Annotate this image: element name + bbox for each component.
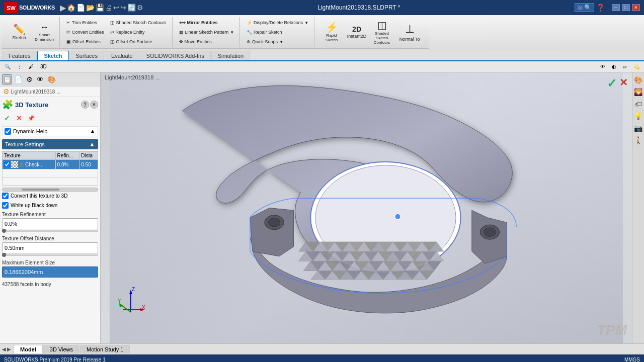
redo-btn[interactable]: ↪ — [120, 4, 126, 12]
display-state-btn[interactable]: 👁 — [35, 74, 45, 84]
accept-overlay-btn[interactable]: ✓ — [607, 76, 617, 90]
dd-arrow[interactable]: ▼ — [304, 21, 308, 25]
right-lights-btn[interactable]: 💡 — [633, 111, 644, 122]
view-controls[interactable]: 👁 — [598, 63, 608, 70]
appearance-btn[interactable]: 🎨 — [46, 74, 56, 84]
texture-refine-input[interactable] — [2, 218, 98, 229]
right-walk-btn[interactable]: 🚶 — [633, 135, 644, 146]
shaded-contours-btn[interactable]: ◫ Shaded Sketch Contours — [370, 17, 394, 47]
white-up-checkbox[interactable] — [2, 202, 9, 209]
texture-offset-input[interactable] — [2, 242, 98, 253]
close-btn[interactable]: ✕ — [632, 4, 640, 11]
breadcrumb-text: LightMount2019318 ... — [11, 89, 61, 95]
search-input[interactable]: 3d — [577, 5, 583, 11]
right-icons-panel: 🎨 🌄 🏷 💡 📷 🚶 — [632, 72, 644, 343]
display-delete-btn[interactable]: ⚡ Display/Delete Relations ▼ — [244, 18, 311, 27]
tab-surfaces[interactable]: Surfaces — [69, 51, 104, 60]
canvas-area[interactable]: LightMount2019318 ... ✓ ✕ — [101, 72, 632, 343]
bottom-tab-model[interactable]: Model — [14, 345, 43, 353]
shaded-sketch-btn[interactable]: ◫ Shaded Sketch Contours — [108, 18, 169, 27]
help-icon[interactable]: ❓ — [596, 4, 605, 12]
right-scene-btn[interactable]: 🌄 — [633, 86, 644, 98]
cancel-overlay-btn[interactable]: ✕ — [619, 76, 628, 88]
repair-sketch-btn[interactable]: 🔧 Repair Sketch — [244, 28, 311, 37]
panel-breadcrumb: ⚙ LightMount2019318 ... — [0, 86, 100, 97]
move-entities-btn[interactable]: ✥ Move Entities — [177, 37, 236, 46]
bottom-tab-3dviews[interactable]: 3D Views — [43, 345, 79, 353]
collapse-dh-btn[interactable]: ▲ — [90, 128, 96, 135]
open-btn[interactable]: 📂 — [86, 4, 95, 12]
property-mgr-btn[interactable]: 📄 — [13, 74, 23, 84]
smart-dimension-btn[interactable]: ↔ Smart Dimension — [32, 17, 56, 47]
texture-refine-slider[interactable] — [2, 230, 98, 232]
select-filter-btn[interactable]: ⋮ — [15, 63, 25, 70]
tab-simulation[interactable]: Simulation — [211, 51, 250, 60]
window-controls[interactable]: ─ □ ✕ — [612, 4, 640, 11]
new-btn[interactable]: 📄 — [76, 4, 85, 12]
bottom-tab-motion[interactable]: Motion Study 1 — [80, 345, 130, 353]
help-btn-q[interactable]: ? — [81, 101, 89, 109]
pin-btn[interactable]: 📌 — [26, 113, 36, 123]
quick-snaps-btn[interactable]: ⊕ Quick Snaps ▼ — [244, 37, 311, 46]
feature-tree-btn[interactable]: 📋 — [2, 74, 12, 84]
render-btn[interactable]: 💫 — [631, 63, 642, 70]
minimize-btn[interactable]: ─ — [612, 4, 620, 11]
trim-entities-btn[interactable]: ✂ Trim Entities — [64, 18, 107, 27]
restore-btn[interactable]: □ — [622, 4, 630, 11]
filter-btn[interactable]: 🔍 — [2, 63, 13, 70]
texture-table-scrollbar[interactable] — [2, 188, 98, 192]
tab-sketch[interactable]: Sketch — [37, 51, 68, 60]
tab-next-btn[interactable]: ▶ — [7, 346, 11, 352]
texture-settings-collapse[interactable]: ▲ — [89, 141, 95, 148]
undo-btn[interactable]: ↩ — [113, 4, 119, 12]
home-btn[interactable]: 🏠 — [67, 4, 75, 12]
save-btn[interactable]: 💾 — [96, 4, 104, 12]
options-btn[interactable]: ⚙ — [137, 4, 143, 12]
help-btn-x[interactable]: ✕ — [90, 101, 98, 109]
replace-entity-btn[interactable]: ⇄ Replace Entity — [108, 28, 169, 37]
instant2d-btn[interactable]: 2D Instant2D — [345, 17, 369, 47]
mirror-entities-btn[interactable]: ⟺ Mirror Entities — [177, 18, 236, 27]
search-icon[interactable]: 🔍 — [584, 4, 592, 11]
qs-arrow[interactable]: ▼ — [279, 40, 283, 44]
right-appearance-btn[interactable]: 🎨 — [633, 74, 644, 85]
normal-to-btn[interactable]: ⊥ Normal To — [395, 17, 424, 47]
dynamic-help-label: Dynamic Help — [13, 128, 47, 134]
cancel-btn-x[interactable]: ✕ — [14, 113, 24, 123]
config-mgr-btn[interactable]: ⚙ — [24, 74, 34, 84]
right-camera-btn[interactable]: 📷 — [633, 123, 644, 134]
offset-entities-btn[interactable]: ▣ Offset Entities — [64, 37, 107, 46]
command-bar: 🔍 ⋮ 🖌 3D 👁 ◐ ▱ 💫 — [0, 61, 644, 72]
rapid-sketch-btn[interactable]: ⚡ Rapid Sketch — [319, 17, 344, 47]
texture-offset-slider[interactable] — [2, 254, 98, 256]
sc-label: Shaded Sketch Contours — [371, 31, 392, 45]
print-btn[interactable]: 🖨 — [105, 4, 112, 12]
tab-addins[interactable]: SOLIDWORKS Add-Ins — [140, 51, 211, 60]
section-btn[interactable]: ▱ — [620, 63, 629, 70]
tab-features[interactable]: Features — [2, 51, 37, 60]
paint-btn[interactable]: 🖌 — [26, 63, 36, 70]
accept-btn[interactable]: ✓ — [2, 113, 12, 123]
offset-surface-btn[interactable]: ◫ Offset On Surface — [108, 37, 169, 46]
white-up-label: White up Black down — [11, 203, 57, 208]
tab-prev-btn[interactable]: ◀ — [2, 346, 6, 352]
tab-evaluate[interactable]: Evaluate — [105, 51, 139, 60]
texture-checkbox[interactable] — [4, 161, 10, 167]
texture-settings-header[interactable]: Texture Settings ▲ — [2, 139, 98, 149]
convert-entities-btn[interactable]: ⟳ Convert Entities — [64, 28, 107, 37]
texture-row[interactable]: ⚠ Check... 0.0% 0.50 — [3, 160, 98, 169]
dynamic-help-checkbox[interactable] — [5, 128, 11, 135]
nav-arrow[interactable]: ▶ — [60, 3, 66, 13]
model-viewport[interactable] — [101, 72, 632, 343]
right-decal-btn[interactable]: 🏷 — [633, 99, 644, 110]
sketch-btn[interactable]: ✏️ Sketch — [7, 17, 31, 47]
rebuild-btn[interactable]: 🔄 — [127, 4, 136, 12]
dropdown-arrow[interactable]: ▼ — [230, 30, 234, 35]
display-btn[interactable]: ◐ — [609, 63, 619, 70]
convert-texture-checkbox[interactable] — [2, 193, 9, 199]
linear-sketch-btn[interactable]: ▦ Linear Sketch Pattern ▼ — [177, 28, 236, 37]
tab-nav-arrows[interactable]: ◀ ▶ — [2, 346, 11, 352]
3d-icons-btn[interactable]: 3D — [38, 63, 49, 70]
max-element-input[interactable] — [2, 266, 98, 278]
facets-info: 437588 facets in body — [2, 282, 98, 287]
